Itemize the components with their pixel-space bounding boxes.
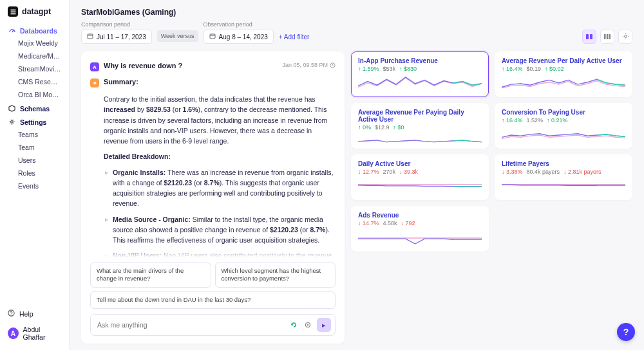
comparison-period-picker[interactable]: Jul 11 – 17, 2023 (81, 30, 152, 44)
svg-rect-7 (604, 34, 606, 39)
nav-databoards[interactable]: Databoards (0, 23, 69, 37)
metric-change: ↑ 16.4% (502, 66, 523, 72)
tools-icon[interactable] (303, 320, 313, 330)
suggestion-chip[interactable]: What are the main drivers of the change … (90, 262, 211, 288)
metric-card[interactable]: In-App Purchase Revenue↑ 1.59%$53k↑ $830 (351, 51, 489, 97)
metric-change: ↓ 14.7% (358, 220, 379, 226)
sparkline-chart (358, 229, 482, 247)
metric-card[interactable]: Average Revenue Per Daily Active User↑ 1… (495, 51, 632, 97)
sparkline-chart (358, 178, 482, 196)
observation-period-value: Aug 8 – 14, 2023 (219, 33, 268, 41)
metric-delta: ↑ 0.21% (547, 117, 568, 124)
clock-icon (330, 62, 336, 68)
metric-delta: ↓ 39.3k (399, 169, 418, 175)
metric-change: ↑ 1.59% (358, 66, 379, 72)
sidebar-item[interactable]: Events (0, 180, 69, 192)
svg-point-0 (11, 121, 14, 124)
metric-value: $53k (383, 66, 396, 72)
metric-value: 4.58k (383, 220, 397, 226)
metric-title: Ads Revenue (358, 212, 482, 219)
svg-point-2 (11, 315, 12, 315)
brand-name: datagpt (22, 7, 51, 16)
metric-delta: ↑ $830 (399, 66, 417, 72)
sidebar-item[interactable]: CMS Research... (0, 75, 69, 88)
layout-columns-button[interactable] (600, 30, 614, 44)
help-fab[interactable]: ? (617, 323, 635, 341)
user-badge-icon: A (90, 62, 99, 71)
chat-input-field[interactable] (97, 321, 285, 329)
svg-rect-3 (88, 34, 93, 39)
sidebar: ☰ datagpt Databoards Mojix WeeklyMedicar… (0, 0, 70, 350)
metric-delta: ↓ 2.81k payers (564, 169, 601, 175)
user-question: Why is revenue down ? (104, 62, 278, 69)
brand-logo[interactable]: ☰ datagpt (0, 6, 69, 23)
sidebar-item[interactable]: Team (0, 141, 69, 154)
svg-rect-9 (609, 34, 611, 39)
send-button[interactable]: ▸ (317, 318, 331, 332)
summary-body: Contrary to the initial assertion, the d… (90, 94, 336, 257)
comparison-period-value: Jul 11 – 17, 2023 (97, 33, 146, 41)
metric-value: 1.52% (527, 117, 544, 124)
nav-schemas[interactable]: Schemas (0, 101, 69, 115)
metric-value: 270k (383, 169, 396, 175)
comparison-period-label: Comparison period (81, 21, 152, 28)
layout-split-button[interactable] (582, 30, 596, 44)
add-filter-button[interactable]: + Add filter (279, 33, 310, 41)
metric-value: $12.9 (375, 124, 390, 131)
metric-card[interactable]: Average Revenue Per Paying Daily Active … (351, 103, 489, 149)
metric-card[interactable]: Lifetime Payers↓ 3.38%80.4k payers↓ 2.81… (495, 154, 632, 200)
sparkline-chart (502, 75, 625, 93)
observation-period-label: Observation period (204, 21, 274, 28)
sparkline-chart (502, 178, 625, 196)
metric-delta: ↑ $0.02 (545, 66, 564, 72)
sidebar-item[interactable]: Users (0, 154, 69, 167)
sidebar-item[interactable]: StreamMovie (B2C) (0, 62, 69, 75)
cube-icon (8, 104, 16, 113)
svg-point-13 (307, 324, 308, 326)
metric-delta: ↑ $0 (393, 124, 404, 131)
calendar-icon (87, 33, 93, 41)
observation-period-picker[interactable]: Aug 8 – 14, 2023 (204, 30, 274, 44)
metric-title: Average Revenue Per Daily Active User (502, 57, 625, 64)
user-name: Abdul Ghaffar (23, 326, 61, 341)
logo-icon: ☰ (8, 6, 18, 17)
sparkline-chart (358, 133, 482, 147)
gear-icon (8, 118, 16, 126)
metric-delta: ↓ 792 (401, 220, 415, 226)
chat-input[interactable]: ▸ (90, 314, 336, 336)
suggestion-chip[interactable]: Tell me about the down trend in DAU in t… (90, 291, 336, 309)
metric-change: ↓ 3.38% (502, 169, 523, 175)
message-timestamp: Jan 05, 09:58 PM (282, 62, 336, 68)
sparkline-chart (358, 75, 482, 93)
regenerate-icon[interactable] (289, 320, 299, 330)
tachometer-icon (8, 26, 16, 35)
help-icon (8, 309, 15, 318)
assistant-badge-icon: ✦ (90, 78, 99, 88)
nav-schemas-label: Schemas (20, 105, 50, 113)
metric-change: ↑ 0% (358, 124, 371, 131)
sparkline-chart (502, 126, 625, 144)
sidebar-item[interactable]: Roles (0, 167, 69, 180)
metric-card[interactable]: Conversion To Paying User↑ 16.4%1.52%↑ 0… (495, 103, 632, 149)
nav-settings[interactable]: Settings (0, 115, 69, 128)
nav-help[interactable]: Help (0, 306, 69, 322)
layout-settings-button[interactable] (618, 30, 632, 44)
versus-pill[interactable]: Week versus (157, 30, 198, 42)
sidebar-item[interactable]: Teams (0, 128, 69, 141)
sidebar-item[interactable]: Orca BI Monthly (0, 88, 69, 101)
metric-card[interactable]: Daily Active User↓ 12.7%270k↓ 39.3k (351, 154, 489, 200)
sidebar-item[interactable]: Mojix Weekly (0, 37, 69, 50)
metric-change: ↑ 16.4% (502, 117, 523, 124)
filter-bar: Comparison period Jul 11 – 17, 2023 Week… (70, 19, 644, 48)
user-avatar: A (8, 327, 19, 339)
suggestion-chip[interactable]: Which level segment has the highest conv… (215, 262, 336, 288)
svg-rect-8 (607, 34, 609, 39)
sidebar-item[interactable]: Medicare/Medical... (0, 50, 69, 62)
chat-panel: A Why is revenue down ? Jan 05, 09:58 PM… (81, 51, 345, 344)
metric-title: Lifetime Payers (502, 160, 625, 167)
nav-user[interactable]: A Abdul Ghaffar (0, 322, 69, 345)
page-title: StarMobiGames (Gaming) (70, 0, 644, 19)
help-label: Help (19, 310, 33, 318)
metric-title: Conversion To Paying User (502, 109, 625, 116)
metric-card[interactable]: Ads Revenue↓ 14.7%4.58k↓ 792 (351, 206, 489, 252)
